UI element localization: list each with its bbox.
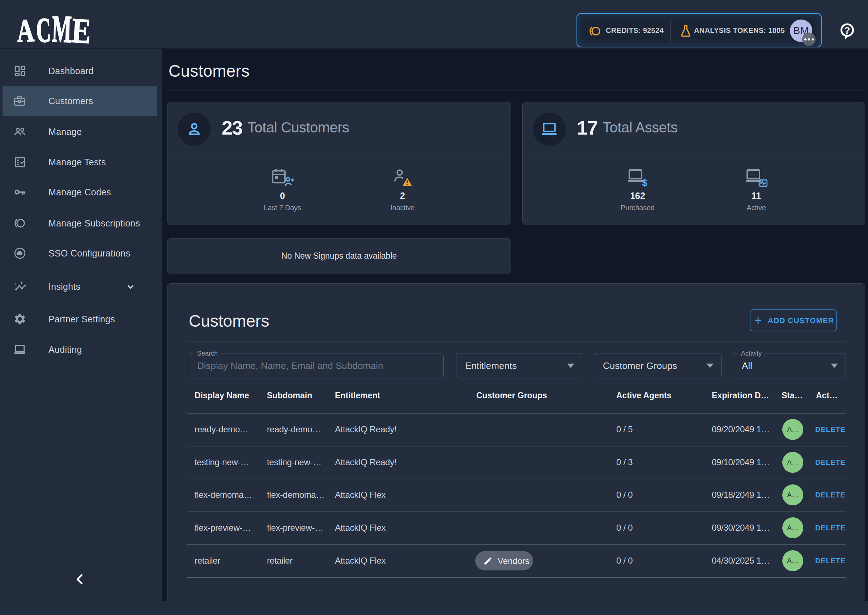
svg-text:E: E	[70, 13, 93, 44]
svg-text:?: ?	[845, 25, 850, 36]
svg-text:M: M	[51, 13, 72, 44]
svg-text:A: A	[17, 13, 35, 44]
svg-text:$: $	[642, 177, 647, 187]
svg-text:C: C	[36, 13, 51, 44]
